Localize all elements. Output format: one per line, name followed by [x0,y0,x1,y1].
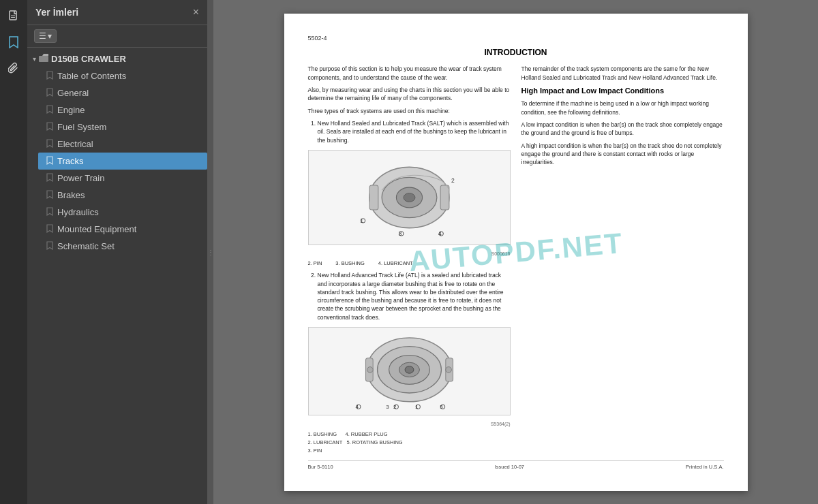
svg-rect-8 [369,185,378,210]
col2-p3: A low impact condition is when the bar(s… [521,121,724,138]
bookmark-item-icon [46,71,53,81]
pdf-page: AUTOPDF.NET 5502-4 INTRODUCTION The purp… [284,14,748,491]
resize-handle[interactable]: ⋮ [208,0,213,504]
fig1-caption: 2. PIN 3. BUSHING 4. LUBRICANT [308,260,511,268]
sidebar-item-label: Schematic Set [57,241,115,251]
bookmark-item-icon [46,207,53,217]
sidebar-item-fuel-system[interactable]: Fuel System [38,119,207,136]
svg-point-21 [405,366,414,374]
sidebar-item-label: Fuel System [57,122,106,132]
para2: Also, by measuring wear and using the ch… [308,86,511,103]
col-left: The purpose of this section is to help y… [308,65,511,454]
bookmark-item-icon [46,173,53,183]
sidebar-item-schematic-set[interactable]: Schematic Set [38,238,207,255]
svg-point-24 [367,367,373,373]
sidebar-item-label: Tracks [57,156,84,166]
figure-2: 4 2 3 1 5 [308,327,511,415]
bookmark-item-icon [46,241,53,251]
svg-point-7 [404,193,415,202]
page-footer: Bur 5-9110 Issued 10-07 Printed in U.S.A… [308,460,724,471]
sidebar-item-general[interactable]: General [38,84,207,101]
track-types-list-2: New Holland Advanced Track Life (ATL) is… [308,271,511,321]
dropdown-arrow-icon: ▾ [48,31,52,41]
bookmarks-panel: Yer İmleri × ☰ ▾ ▾ D150B CRAWLER Table o… [27,0,208,504]
tree-root-label: D150B CRAWLER [51,54,126,64]
fig2-number: S5364(2) [308,421,511,428]
sidebar-item-electrical[interactable]: Electrical [38,136,207,153]
sidebar-item-label: Brakes [57,190,85,200]
list-icon: ☰ [39,31,46,41]
list-item-2: New Holland Advanced Track Life (ATL) is… [318,271,511,321]
para3: Three types of track systems are used on… [308,107,511,115]
svg-rect-9 [440,185,449,210]
col2-p1: The remainder of the track system compon… [521,65,724,82]
tree-items: Table of Contents General Engine Fuel Sy… [27,67,207,255]
panel-header: Yer İmleri × [27,0,207,25]
svg-text:3: 3 [386,405,389,411]
bookmark-item-icon [46,88,53,98]
sidebar-item-power-train[interactable]: Power Train [38,170,207,187]
toolbar-list-btn[interactable]: ☰ ▾ [34,29,57,43]
folder-icon [39,54,48,64]
close-panel-button[interactable]: × [193,7,199,18]
icon-rail [0,0,27,504]
page-title: INTRODUCTION [308,47,724,59]
fig2-caption: 1. BUSHING 4. RUBBER PLUG 2. LUBRICANT 5… [308,430,511,455]
bookmark-item-icon [46,122,53,132]
col-right: The remainder of the track system compon… [521,65,724,454]
sidebar-item-tracks[interactable]: Tracks [38,153,207,170]
col2-heading: High Impact and Low Impact Conditions [521,86,724,96]
sidebar-item-label: General [57,88,89,98]
sidebar-item-table-of-contents[interactable]: Table of Contents [38,67,207,84]
fig1-number: S000616 [308,251,511,257]
list-item-1: New Holland Sealed and Lubricated Track … [318,119,511,144]
bookmark-item-icon [46,139,53,149]
sidebar-item-label: Electrical [57,139,93,149]
col2-p4: A high impact condition is when the bar(… [521,142,724,167]
sidebar-item-mounted-equipment[interactable]: Mounted Equipment [38,221,207,238]
sidebar-item-label: Table of Contents [57,71,126,81]
footer-center: Issued 10-07 [495,464,524,471]
sidebar-item-label: Power Train [57,173,104,183]
panel-title: Yer İmleri [35,7,78,18]
col2-p2: To determine if the machine is being use… [521,99,724,116]
sidebar-item-brakes[interactable]: Brakes [38,187,207,204]
attach-icon-btn[interactable] [3,57,25,79]
sidebar-item-engine[interactable]: Engine [38,101,207,119]
bookmark-item-icon [46,156,53,166]
bookmarks-tree[interactable]: ▾ D150B CRAWLER Table of Contents Genera… [27,48,207,504]
page-number: 5502-4 [308,34,724,43]
track-types-list: New Holland Sealed and Lubricated Track … [308,119,511,144]
sidebar-item-hydraulics[interactable]: Hydraulics [38,204,207,221]
main-content[interactable]: AUTOPDF.NET 5502-4 INTRODUCTION The purp… [213,0,818,504]
bookmark-item-icon [46,105,53,115]
file-icon-btn[interactable] [3,5,25,27]
svg-point-25 [445,367,451,373]
bookmark-item-icon [46,224,53,234]
sidebar-item-label: Hydraulics [57,207,99,217]
sidebar-item-label: Mounted Equipment [57,224,136,234]
footer-left: Bur 5-9110 [308,464,333,471]
chevron-down-icon: ▾ [33,55,36,63]
svg-rect-3 [39,56,48,62]
two-col-layout: The purpose of this section is to help y… [308,65,724,454]
bookmark-item-icon [46,190,53,200]
tree-root-item[interactable]: ▾ D150B CRAWLER [27,50,207,67]
sidebar-item-label: Engine [57,105,85,115]
bookmark-icon-btn[interactable] [3,31,25,53]
figure-1: 1 3 4 2 [308,150,511,245]
svg-text:2: 2 [451,177,455,184]
intro-para: The purpose of this section is to help y… [308,65,511,82]
footer-right: Printed in U.S.A. [686,464,723,471]
panel-toolbar: ☰ ▾ [27,25,207,48]
